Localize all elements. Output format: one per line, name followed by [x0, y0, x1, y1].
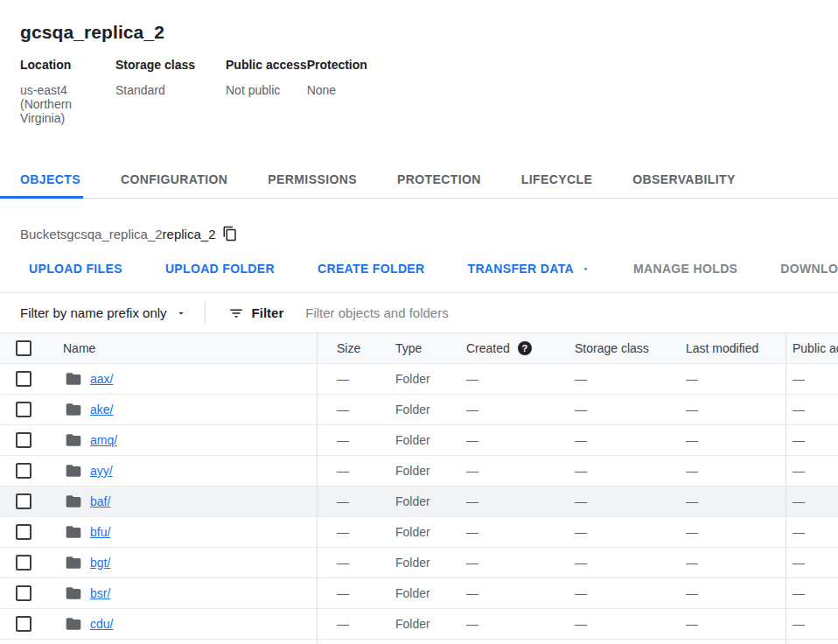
- folder-link[interactable]: baf/: [90, 494, 110, 508]
- tab[interactable]: LIFECYCLE: [501, 160, 612, 198]
- toolbar-button[interactable]: CREATE FOLDER: [318, 262, 425, 276]
- row-name-cell: baf/: [49, 486, 318, 516]
- meta-value: Not public: [226, 83, 307, 97]
- row-last-modified: —: [686, 486, 786, 516]
- objects-toolbar: UPLOAD FILES UPLOAD FOLDER CREATE FOLDER…: [0, 262, 838, 276]
- tab-label: PERMISSIONS: [268, 172, 357, 186]
- breadcrumb-link[interactable]: Buckets: [20, 227, 66, 242]
- folder-link[interactable]: aax/: [90, 372, 113, 386]
- tab[interactable]: PROTECTION: [377, 160, 501, 198]
- row-checkbox-cell: [0, 640, 49, 644]
- row-storage-class: —: [575, 578, 686, 608]
- row-checkbox[interactable]: [16, 494, 31, 509]
- row-name-cell: cgb/: [49, 640, 318, 644]
- filter-bar: Filter by name prefix only Filter: [0, 292, 838, 332]
- breadcrumb-item: gcsqa_replica_2: [66, 227, 162, 242]
- table-row: ayy/ — Folder — — — —: [0, 456, 838, 486]
- meta-label: Location: [20, 58, 115, 72]
- row-checkbox[interactable]: [16, 555, 31, 570]
- tab-label: PROTECTION: [397, 172, 481, 186]
- row-storage-class: —: [575, 517, 686, 547]
- folder-link[interactable]: bfu/: [90, 525, 110, 539]
- meta-value: None: [307, 83, 367, 97]
- breadcrumb-link[interactable]: gcsqa_replica_2: [66, 227, 162, 242]
- row-public-access: —: [786, 517, 838, 547]
- filter-objects-input[interactable]: [305, 305, 838, 320]
- bucket-meta-item: Storage class Standard: [115, 58, 226, 125]
- breadcrumb-item: Buckets: [20, 227, 66, 242]
- row-storage-class: —: [575, 548, 686, 578]
- row-checkbox[interactable]: [16, 463, 31, 479]
- toolbar-button-label: MANAGE HOLDS: [633, 262, 737, 276]
- table-header-row: Name Size Type Created ? Storage class L…: [0, 332, 838, 364]
- created-help-icon[interactable]: ?: [518, 341, 532, 355]
- column-header-created-label: Created: [466, 341, 510, 355]
- row-name-cell: cdu/: [49, 609, 318, 639]
- row-size: —: [318, 640, 395, 644]
- row-size: —: [318, 609, 395, 639]
- row-created: —: [466, 578, 575, 608]
- row-type: Folder: [395, 395, 466, 424]
- tab-label: OBSERVABILITY: [632, 172, 735, 186]
- folder-link[interactable]: amq/: [90, 433, 117, 447]
- filter-mode-label: Filter by name prefix only: [20, 305, 167, 320]
- toolbar-button[interactable]: UPLOAD FOLDER: [165, 262, 275, 276]
- row-public-access: —: [786, 364, 838, 394]
- tab[interactable]: PERMISSIONS: [248, 160, 377, 198]
- tab-label: CONFIGURATION: [121, 172, 227, 186]
- toolbar-button-label: TRANSFER DATA: [468, 262, 574, 276]
- breadcrumb-link[interactable]: replica_2: [163, 227, 216, 242]
- objects-table: Name Size Type Created ? Storage class L…: [0, 332, 838, 644]
- row-size: —: [318, 425, 395, 455]
- table-row: bgt/ — Folder — — — —: [0, 548, 838, 578]
- row-size: —: [318, 395, 395, 424]
- row-checkbox[interactable]: [16, 371, 31, 387]
- row-last-modified: —: [686, 517, 786, 547]
- toolbar-button[interactable]: DOWNLOAD: [780, 262, 838, 276]
- select-all-checkbox[interactable]: [16, 340, 31, 356]
- row-size: —: [318, 548, 395, 578]
- folder-icon: [65, 615, 82, 633]
- folder-link[interactable]: ayy/: [90, 464, 113, 478]
- toolbar-button[interactable]: UPLOAD FILES: [29, 262, 122, 276]
- breadcrumb-item: replica_2: [163, 227, 216, 242]
- row-checkbox[interactable]: [16, 402, 31, 417]
- tab[interactable]: CONFIGURATION: [101, 160, 248, 198]
- row-checkbox[interactable]: [16, 524, 31, 540]
- row-last-modified: —: [686, 425, 786, 455]
- meta-label: Storage class: [115, 58, 226, 72]
- row-created: —: [466, 517, 575, 547]
- copy-path-icon[interactable]: [222, 226, 238, 242]
- toolbar-button[interactable]: TRANSFER DATA: [468, 262, 590, 276]
- bucket-header: gcsqa_replica_2 Location us-east4 (North…: [0, 0, 838, 125]
- row-created: —: [466, 456, 575, 486]
- row-checkbox[interactable]: [16, 432, 31, 448]
- row-checkbox-cell: [0, 609, 49, 639]
- filter-divider: [205, 302, 206, 325]
- toolbar-button-label: UPLOAD FILES: [29, 262, 122, 276]
- table-row: ake/ — Folder — — — —: [0, 395, 838, 425]
- row-checkbox-cell: [0, 395, 49, 424]
- tab-label: LIFECYCLE: [521, 172, 592, 186]
- row-storage-class: —: [575, 364, 686, 394]
- select-all-cell: [0, 333, 49, 363]
- column-header-last-modified: Last modified: [686, 333, 786, 363]
- folder-link[interactable]: bsr/: [90, 586, 110, 600]
- page-title: gcsqa_replica_2: [20, 21, 838, 44]
- folder-link[interactable]: ake/: [90, 402, 113, 416]
- row-last-modified: —: [686, 456, 786, 486]
- breadcrumb-items: Buckets gcsqa_replica_2 replica_2: [20, 227, 215, 242]
- row-name-cell: aax/: [49, 364, 318, 394]
- tab[interactable]: OBSERVABILITY: [612, 160, 755, 198]
- row-created: —: [466, 425, 575, 455]
- filter-mode-dropdown[interactable]: Filter by name prefix only: [20, 305, 186, 320]
- folder-link[interactable]: cdu/: [90, 617, 113, 631]
- row-checkbox[interactable]: [16, 616, 31, 632]
- folder-link[interactable]: bgt/: [90, 556, 110, 570]
- row-type: Folder: [395, 609, 466, 639]
- objects-table-body: aax/ — Folder — — — — ake/ — Folder: [0, 364, 838, 644]
- toolbar-button[interactable]: MANAGE HOLDS: [633, 262, 737, 276]
- folder-icon: [65, 431, 82, 449]
- tab[interactable]: OBJECTS: [0, 160, 101, 198]
- row-checkbox[interactable]: [16, 585, 31, 601]
